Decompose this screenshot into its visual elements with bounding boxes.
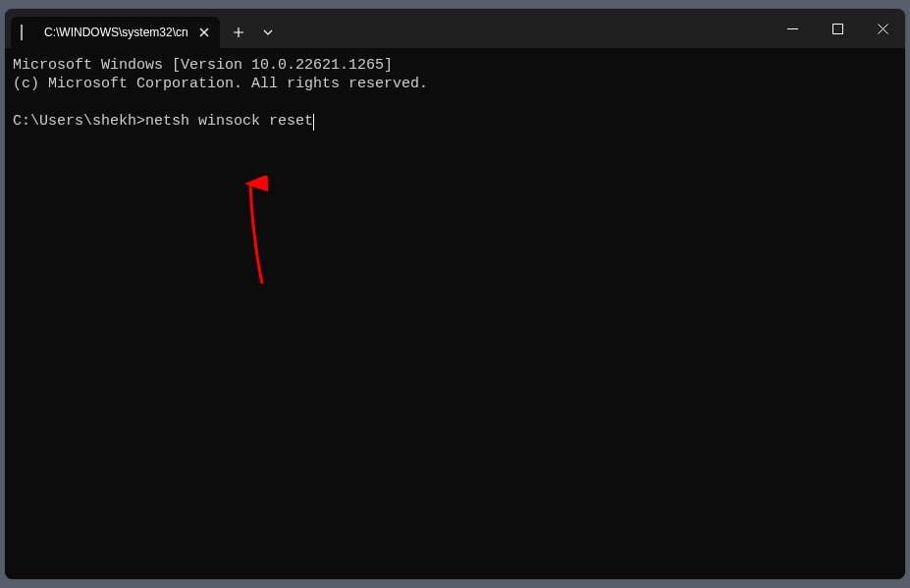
- minimize-button[interactable]: [770, 9, 815, 48]
- tab-strip: C:\WINDOWS\system32\cn: [5, 9, 283, 48]
- close-tab-button[interactable]: [196, 25, 212, 40]
- close-button[interactable]: [860, 9, 905, 48]
- terminal-command-input[interactable]: netsh winsock reset: [145, 113, 313, 130]
- svg-rect-5: [832, 24, 842, 33]
- new-tab-button[interactable]: [224, 18, 253, 47]
- terminal-prompt: C:\Users\shekh>: [13, 113, 145, 130]
- terminal-window: C:\WINDOWS\system32\cn: [5, 9, 905, 579]
- close-icon: [199, 27, 209, 37]
- terminal-output-line: (c) Microsoft Corporation. All rights re…: [13, 76, 428, 92]
- maximize-icon: [832, 24, 843, 34]
- terminal-cursor: [313, 114, 314, 131]
- titlebar[interactable]: C:\WINDOWS\system32\cn: [5, 9, 905, 48]
- minimize-icon: [787, 28, 798, 29]
- titlebar-drag-region[interactable]: [283, 9, 770, 48]
- tab-title: C:\WINDOWS\system32\cn: [44, 26, 188, 39]
- terminal-icon: [21, 25, 36, 40]
- annotation-arrow-icon: [242, 176, 282, 294]
- tab-dropdown-button[interactable]: [253, 18, 283, 47]
- terminal-output-line: Microsoft Windows [Version 10.0.22621.12…: [13, 57, 393, 74]
- terminal-body[interactable]: Microsoft Windows [Version 10.0.22621.12…: [5, 48, 905, 579]
- tab-active[interactable]: C:\WINDOWS\system32\cn: [11, 17, 220, 48]
- window-controls: [770, 9, 905, 48]
- maximize-button[interactable]: [815, 9, 860, 48]
- chevron-down-icon: [263, 29, 273, 35]
- close-icon: [878, 24, 888, 34]
- plus-icon: [233, 27, 244, 38]
